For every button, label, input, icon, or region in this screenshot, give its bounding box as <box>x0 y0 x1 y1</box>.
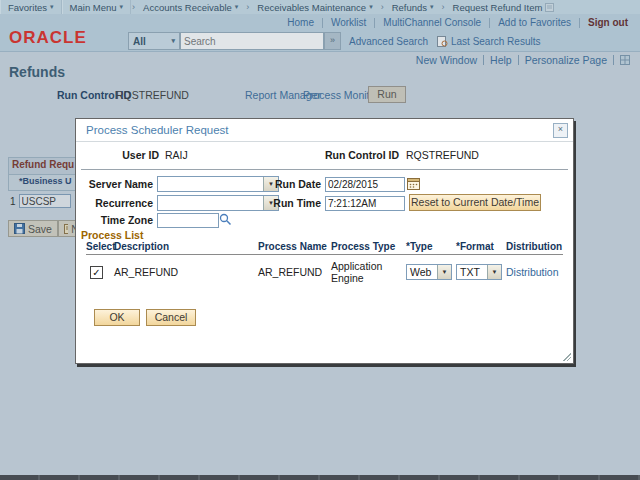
time-zone-input[interactable] <box>157 213 219 228</box>
server-name-select[interactable]: ▼ <box>157 176 279 192</box>
table-row: ✓ AR_REFUND AR_REFUND Application Engine… <box>86 255 563 285</box>
lookup-magnifier-icon[interactable] <box>219 213 232 226</box>
recurrence-label: Recurrence <box>76 197 153 209</box>
dialog-run-control-id-value: RQSTREFUND <box>406 149 479 161</box>
run-time-input[interactable] <box>325 196 405 211</box>
select-checkbox[interactable]: ✓ <box>90 266 103 279</box>
format-value: TXT <box>460 266 480 278</box>
time-zone-label: Time Zone <box>76 214 153 226</box>
ok-button[interactable]: OK <box>94 309 140 326</box>
format-select[interactable]: TXT ▼ <box>456 264 502 280</box>
process-list-title: Process List <box>81 229 143 241</box>
run-date-label: Run Date <box>266 178 321 190</box>
user-id-label: User ID <box>76 149 159 161</box>
table-header-row: Select Description Process Name Process … <box>86 241 563 255</box>
process-name-cell: AR_REFUND <box>258 255 331 285</box>
process-scheduler-request-dialog: Process Scheduler Request × User ID RAIJ… <box>75 118 574 364</box>
description-cell: AR_REFUND <box>114 255 258 285</box>
col-distribution: Distribution <box>506 241 563 255</box>
close-icon[interactable]: × <box>553 123 568 138</box>
dialog-run-control-id-label: Run Control ID <box>306 149 399 161</box>
run-time-label: Run Time <box>266 197 321 209</box>
cancel-button[interactable]: Cancel <box>146 309 196 326</box>
col-format: *Format <box>456 241 506 255</box>
chevron-down-icon: ▼ <box>437 265 451 279</box>
calendar-icon[interactable] <box>407 177 420 190</box>
run-date-input[interactable] <box>325 177 405 192</box>
resize-handle[interactable] <box>563 353 571 361</box>
col-description: Description <box>114 241 258 255</box>
screen: Favorites ▾ Main Menu ▾ › Accounts Recei… <box>0 0 640 480</box>
divider <box>76 141 573 142</box>
chevron-down-icon: ▼ <box>487 265 501 279</box>
col-select: Select <box>86 241 114 255</box>
process-type-cell: Application Engine <box>331 255 406 285</box>
taskbar-edge <box>0 475 640 480</box>
distribution-link[interactable]: Distribution <box>506 266 559 278</box>
process-list-table: Select Description Process Name Process … <box>86 241 563 284</box>
dialog-title: Process Scheduler Request <box>86 124 229 136</box>
col-process-type: Process Type <box>331 241 406 255</box>
reset-date-time-button[interactable]: Reset to Current Date/Time <box>409 194 541 211</box>
server-name-label: Server Name <box>76 178 153 190</box>
user-id-value: RAIJ <box>165 149 188 161</box>
col-type: *Type <box>406 241 456 255</box>
col-process-name: Process Name <box>258 241 331 255</box>
type-select[interactable]: Web ▼ <box>406 264 452 280</box>
recurrence-select[interactable]: ▼ <box>157 195 279 211</box>
type-value: Web <box>410 266 431 278</box>
divider <box>81 169 568 170</box>
